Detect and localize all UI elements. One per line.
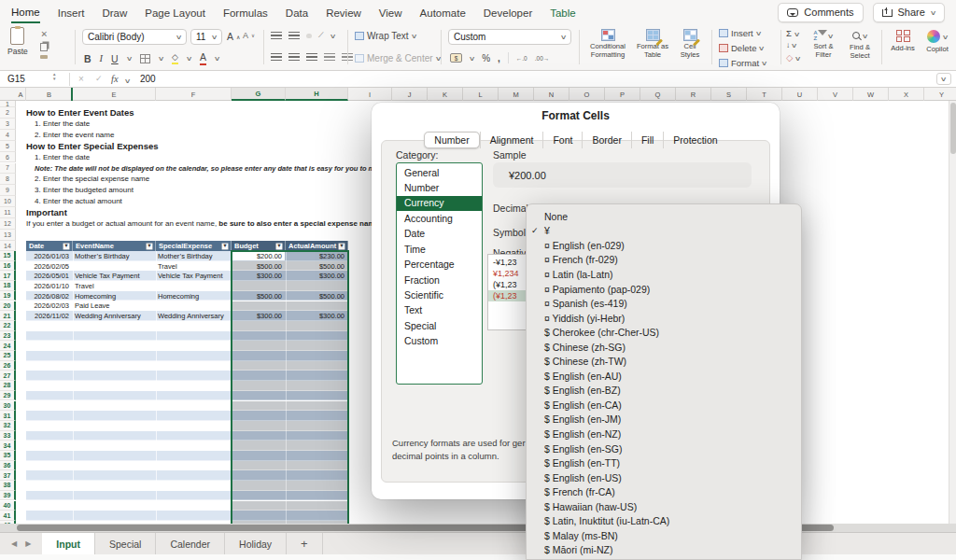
category-item-percentage[interactable]: Percentage: [397, 258, 482, 273]
dialog-tab-protection[interactable]: Protection: [663, 132, 726, 148]
symbol-menu-item-french-fr-029[interactable]: ¤ French (fr-029): [527, 253, 801, 268]
table-header-specialexpense[interactable]: SpecialExpense: [156, 241, 232, 251]
paste-button[interactable]: Paste: [7, 27, 28, 56]
align-middle-icon[interactable]: [288, 32, 300, 39]
row-header-5[interactable]: 5: [0, 141, 16, 152]
row-header-27[interactable]: 27: [0, 371, 16, 381]
symbol-menu-item-english-en-029[interactable]: ¤ English (en-029): [527, 238, 801, 253]
table-row-selected-region[interactable]: [232, 351, 348, 361]
row-header-4[interactable]: 4: [0, 130, 16, 141]
sheet-tab-calender[interactable]: Calender: [156, 533, 225, 554]
category-item-date[interactable]: Date: [397, 227, 482, 242]
table-row-selected-region[interactable]: [232, 411, 348, 421]
row-header-21[interactable]: 21: [0, 311, 16, 321]
cell[interactable]: Vehicle Tax Payment: [156, 271, 232, 281]
column-header-H[interactable]: H: [286, 88, 348, 101]
formula-input[interactable]: 200: [140, 74, 156, 84]
comma-style-button[interactable]: ,: [498, 53, 500, 63]
column-header-X[interactable]: X: [889, 88, 924, 101]
row-header-38[interactable]: 38: [0, 481, 16, 491]
table-row-selected-region[interactable]: [232, 511, 348, 521]
row-header-8[interactable]: 8: [0, 174, 16, 185]
format-as-table-button[interactable]: Format as Table: [633, 29, 672, 60]
row-header-24[interactable]: 24: [0, 341, 16, 351]
increase-decimal-icon[interactable]: ←.0: [516, 55, 527, 62]
column-header-B[interactable]: B: [26, 88, 73, 101]
category-item-text[interactable]: Text: [397, 303, 482, 318]
add-sheet-button[interactable]: +: [287, 533, 323, 554]
row-header-31[interactable]: 31: [0, 411, 16, 421]
cell[interactable]: 2026/01/10: [26, 281, 73, 291]
borders-button[interactable]: [140, 54, 150, 63]
symbol-menu-item-english-en-tt[interactable]: $ English (en-TT): [527, 455, 801, 470]
cell[interactable]: Homecoming: [73, 291, 156, 301]
row-header-28[interactable]: 28: [0, 381, 16, 391]
cell[interactable]: Paid Leave: [73, 301, 156, 312]
vertical-scrollbar[interactable]: [949, 101, 956, 524]
table-row-selected-region[interactable]: [232, 451, 348, 461]
dialog-tab-font[interactable]: Font: [542, 132, 582, 148]
cell[interactable]: $500.00: [232, 291, 286, 301]
decrease-indent-icon[interactable]: [324, 53, 335, 61]
enter-icon[interactable]: ✓: [95, 74, 103, 83]
cell[interactable]: Wedding Anniversary: [156, 311, 232, 321]
symbol-menu-item-m-ori-mi-nz[interactable]: $ Māori (mi-NZ): [527, 543, 801, 558]
row-header-20[interactable]: 20: [0, 301, 16, 312]
dialog-tab-border[interactable]: Border: [582, 132, 631, 148]
symbol-menu-item-hawaiian-haw-us[interactable]: $ Hawaiian (haw-US): [527, 499, 801, 514]
table-row-selected-region[interactable]: [232, 501, 348, 511]
cell[interactable]: $200.00: [232, 251, 286, 261]
category-item-accounting[interactable]: Accounting: [397, 211, 482, 226]
column-header-I[interactable]: I: [348, 88, 392, 101]
table-row-selected-region[interactable]: [232, 481, 348, 491]
table-row-selected-region[interactable]: [232, 371, 348, 381]
category-item-scientific[interactable]: Scientific: [397, 288, 482, 303]
table-row[interactable]: [26, 361, 232, 371]
table-row[interactable]: [26, 391, 232, 401]
row-header-12[interactable]: 12: [0, 218, 16, 230]
symbol-menu-item-chinese-zh-sg[interactable]: $ Chinese (zh-SG): [527, 340, 801, 355]
table-row-selected-region[interactable]: [232, 470, 348, 481]
column-header-G[interactable]: G: [232, 88, 286, 101]
cell[interactable]: $300.00: [286, 271, 348, 281]
symbol-menu-item-spanish-es-419[interactable]: ¤ Spanish (es-419): [527, 296, 801, 311]
symbol-menu-item-english-en-bz[interactable]: $ English (en-BZ): [527, 384, 801, 399]
row-header-1[interactable]: 1: [0, 101, 16, 107]
row-header-26[interactable]: 26: [0, 361, 16, 371]
column-header-U[interactable]: U: [782, 88, 818, 101]
table-row[interactable]: [26, 501, 232, 511]
table-row-selected-region[interactable]: [232, 361, 348, 371]
column-header-W[interactable]: W: [853, 88, 889, 101]
sheet-tab-input[interactable]: Input: [42, 533, 95, 554]
symbol-menu-item-english-en-sg[interactable]: $ English (en-SG): [527, 441, 801, 456]
row-header-35[interactable]: 35: [0, 451, 16, 461]
row-header-17[interactable]: 17: [0, 271, 16, 281]
symbol-menu-item-latin-inuktitut-iu-latn-ca[interactable]: $ Latin, Inuktitut (iu-Latn-CA): [527, 513, 801, 528]
table-row[interactable]: [26, 431, 232, 441]
cell[interactable]: Travel: [73, 281, 156, 291]
menu-tab-draw[interactable]: Draw: [102, 3, 127, 22]
font-name-select[interactable]: Calibri (Body)∨: [82, 29, 187, 45]
row-header-34[interactable]: 34: [0, 441, 16, 451]
name-box-stepper[interactable]: ▲▼: [52, 72, 56, 82]
format-cells-button[interactable]: Format∨: [719, 58, 766, 68]
row-header-3[interactable]: 3: [0, 119, 16, 130]
table-row[interactable]: [26, 351, 232, 361]
cell[interactable]: 2026/11/02: [26, 311, 73, 321]
formula-bar-expand-button[interactable]: ∨: [936, 73, 951, 85]
row-header-6[interactable]: 6: [0, 152, 16, 163]
table-row-selected-region[interactable]: [232, 491, 348, 501]
column-header-R[interactable]: R: [676, 88, 711, 101]
fill-color-button[interactable]: ◇: [172, 52, 178, 64]
row-header-15[interactable]: 15: [0, 251, 16, 261]
autosum-button[interactable]: Σ ∨: [786, 28, 800, 38]
filter-button-budget[interactable]: ▼: [275, 243, 283, 250]
menu-tab-formulas[interactable]: Formulas: [223, 3, 268, 22]
menu-tab-view[interactable]: View: [379, 3, 402, 22]
column-header-S[interactable]: S: [711, 88, 747, 101]
table-row[interactable]: [26, 421, 232, 431]
row-header-9[interactable]: 9: [0, 185, 16, 196]
name-box[interactable]: G15: [7, 74, 25, 84]
column-header-L[interactable]: L: [463, 88, 499, 101]
cell[interactable]: Travel: [156, 261, 232, 272]
